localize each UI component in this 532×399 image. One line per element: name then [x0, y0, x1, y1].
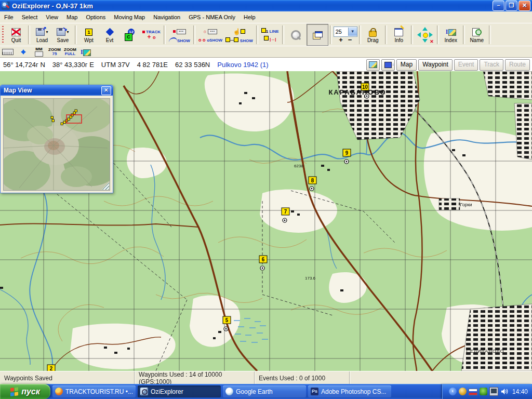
main-toolbar: Quit ↗▾ Load ↘▾ Save 1 Wpt Evt 12 C TRAC… — [0, 23, 532, 47]
menu-item-file[interactable]: File — [0, 12, 18, 22]
close-button[interactable]: ✕ — [518, 1, 530, 11]
app-icon — [2, 2, 10, 10]
zoom-control: 25 ▼ + − — [334, 26, 357, 43]
distance-measure-button[interactable] — [0, 47, 16, 57]
zoom-in-button[interactable]: + — [339, 37, 343, 43]
map-view-window[interactable]: Map View ✕ — [0, 85, 113, 193]
track-control-button[interactable]: TRACK + o — [141, 24, 162, 45]
svg-text:8: 8 — [311, 178, 314, 183]
volume-icon[interactable] — [500, 388, 508, 395]
map-view-title: Map View — [4, 87, 32, 94]
zoom-75-button[interactable]: ZOOM75 — [47, 47, 62, 57]
taskbar: пуск TRACKTOURIST.RU •...OziExplorerGoog… — [0, 384, 532, 399]
ruler-icon — [2, 49, 14, 55]
tray-collapse-icon[interactable]: ‹ — [449, 388, 457, 395]
zoom-full-button[interactable]: ZOOMFULL — [62, 47, 78, 57]
zoom-select[interactable]: 25 ▼ — [334, 26, 357, 37]
taskbar-item-ps[interactable]: PsAdobe Photoshop CS... — [308, 385, 391, 397]
quit-button[interactable]: Quit — [6, 24, 26, 45]
tray-app-icon[interactable] — [459, 388, 467, 395]
status-spacer — [350, 371, 532, 384]
menu-item-moving-map[interactable]: Moving Map — [110, 12, 149, 22]
load-button[interactable]: ↗▾ Load — [32, 24, 52, 45]
minimize-button[interactable]: – — [493, 1, 504, 11]
svg-text:6: 6 — [262, 257, 265, 262]
map-shift-button[interactable] — [16, 47, 31, 57]
mm-scale-button[interactable]: MM — [31, 47, 47, 57]
map-mode-button[interactable]: Map — [396, 59, 417, 71]
ozi-icon — [140, 388, 148, 395]
event-mode-button[interactable]: Event — [454, 59, 478, 71]
coordinate-bar: 56° 14,724г N 38° 43,330г E UTM 37V 4 82… — [0, 57, 532, 72]
blue-arrows-icon — [19, 47, 28, 57]
restore-button[interactable]: ❐ — [506, 1, 517, 11]
index-map-button[interactable]: I Index — [441, 24, 461, 45]
magnify-button[interactable] — [286, 24, 307, 45]
track-curve-icon — [169, 37, 177, 42]
taskbar-item-firefox[interactable]: TRACKTOURIST.RU •... — [52, 385, 136, 397]
info-button[interactable]: Info — [389, 24, 409, 45]
map-label: СЕЛИВАНОВО — [467, 349, 504, 354]
menu-item-navigation[interactable]: Navigation — [149, 12, 184, 22]
save-image-button[interactable] — [381, 59, 395, 71]
show-events-button[interactable]: ○ ▪▪▪ o o oSHOW — [197, 24, 224, 45]
map-label: Горки — [460, 202, 472, 207]
waypoint-mode-button[interactable]: Waypoint — [418, 59, 453, 71]
map-view-toggle-button[interactable] — [307, 24, 328, 46]
map-view-thumbnail[interactable] — [3, 98, 110, 191]
index-icon: I — [446, 28, 456, 36]
menu-item-view[interactable]: View — [42, 12, 62, 22]
drag-lock-button[interactable]: Drag — [363, 24, 383, 45]
menu-item-help[interactable]: Help — [240, 12, 260, 22]
show-tracks-button[interactable]: ☝ ─ SHOW — [224, 24, 255, 45]
menu-item-map[interactable]: Map — [62, 12, 82, 22]
display-tray-icon[interactable] — [489, 387, 498, 396]
menu-item-options[interactable]: Options — [82, 12, 110, 22]
event-create-button[interactable]: Evt — [99, 24, 120, 45]
index-small-icon: I — [81, 48, 91, 56]
mini-map-waypoint-dot — [51, 116, 54, 119]
comment-create-button[interactable]: 12 C — [120, 24, 141, 45]
waypoint-create-button[interactable]: 1 Wpt — [78, 24, 99, 45]
taskbar-item-ge[interactable]: Google Earth — [223, 385, 306, 397]
taskbar-item-ozi[interactable]: OziExplorer — [138, 385, 221, 397]
index-small-button[interactable]: I — [78, 47, 94, 57]
event-icon — [105, 28, 114, 36]
waypoint-icon: 1 — [85, 29, 92, 36]
antivirus-icon[interactable] — [480, 388, 487, 395]
screenshot-button[interactable] — [366, 59, 380, 71]
svg-text:7: 7 — [284, 209, 287, 215]
route-mode-button[interactable]: Route — [505, 59, 530, 71]
map-view-close-button[interactable]: ✕ — [101, 86, 111, 95]
taskbar-item-label: OziExplorer — [151, 388, 183, 395]
start-button[interactable]: пуск — [0, 384, 50, 399]
show-waypoints-button[interactable]: ▪▪▪ SHOW — [167, 24, 192, 45]
zoom-dropdown-icon[interactable]: ▼ — [348, 28, 357, 36]
name-search-button[interactable]: Name — [467, 24, 487, 45]
keyboard-layout-icon[interactable] — [469, 389, 477, 395]
ge-icon — [225, 388, 233, 395]
map-pages-icon — [313, 31, 322, 39]
wpt-number-line-buttons[interactable]: 1 LINE |↔| — [260, 24, 281, 45]
lock-icon — [369, 31, 377, 37]
zoom-out-button[interactable]: − — [348, 37, 352, 43]
zoom-value: 25 — [334, 29, 348, 35]
svg-text:10: 10 — [362, 84, 368, 90]
save-icon: ↘ — [57, 28, 65, 36]
toolbar-grip[interactable] — [1, 26, 5, 44]
utm-zone-readout: UTM 37V — [101, 61, 130, 69]
map-view-titlebar[interactable]: Map View ✕ — [1, 85, 113, 96]
track-mode-button[interactable]: Track — [480, 59, 503, 71]
menu-item-select[interactable]: Select — [18, 12, 42, 22]
pan-control[interactable]: ✕ — [415, 24, 435, 45]
svg-text:2: 2 — [50, 366, 53, 371]
taskbar-item-label: Adobe Photoshop CS... — [321, 388, 386, 395]
waypoint-2[interactable]: 2 — [47, 365, 55, 371]
firefox-icon — [55, 388, 63, 395]
pan-arrows-icon[interactable]: ✕ — [417, 27, 433, 43]
save-button[interactable]: ↘▾ Save — [52, 24, 73, 45]
svg-text:5: 5 — [225, 317, 229, 323]
title-bar: OziExplorer - O,N-37 1km – ❐ ✕ — [0, 0, 532, 11]
menu-item-gps-nmea-only[interactable]: GPS - NMEA Only — [184, 12, 240, 22]
map-label: 173.6 — [305, 276, 316, 281]
